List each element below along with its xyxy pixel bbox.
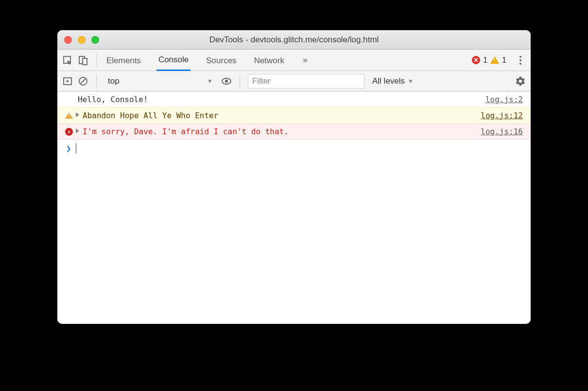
error-count: 1 <box>483 56 487 65</box>
close-window-button[interactable] <box>64 36 72 44</box>
console-toolbar: top ▼ All levels ▼ <box>57 71 531 91</box>
minimize-window-button[interactable] <box>78 36 86 44</box>
filter-input[interactable] <box>248 74 364 89</box>
tab-sources[interactable]: Sources <box>204 51 238 71</box>
warning-badge-icon <box>490 56 499 64</box>
warning-icon <box>62 112 76 119</box>
settings-menu-button[interactable] <box>515 56 526 65</box>
error-source-link[interactable]: log.js:16 <box>481 127 526 136</box>
warning-source-link[interactable]: log.js:12 <box>481 111 526 120</box>
console-warning-row: Abandon Hope All Ye Who Enter log.js:12 <box>57 107 531 124</box>
console-prompt[interactable]: ❯ <box>57 140 531 157</box>
more-tabs-button[interactable]: » <box>300 55 311 65</box>
traffic-lights <box>64 36 99 44</box>
svg-point-7 <box>225 80 228 83</box>
console-error-row: ✕ I'm sorry, Dave. I'm afraid I can't do… <box>57 124 531 140</box>
error-badge-icon: ✕ <box>472 56 480 64</box>
svg-rect-2 <box>83 58 87 65</box>
titlebar: DevTools - devtools.glitch.me/console/lo… <box>57 30 531 50</box>
maximize-window-button[interactable] <box>91 36 99 44</box>
status-counts[interactable]: ✕ 1 1 <box>472 56 506 65</box>
prompt-chevron-icon: ❯ <box>66 143 71 153</box>
log-message: Hello, Console! <box>78 95 485 104</box>
inspect-element-icon[interactable] <box>62 55 73 66</box>
error-message: I'm sorry, Dave. I'm afraid I can't do t… <box>83 127 481 136</box>
warning-count: 1 <box>502 56 506 65</box>
live-expression-icon[interactable] <box>221 76 232 87</box>
tab-console[interactable]: Console <box>156 50 190 71</box>
text-cursor <box>76 143 76 153</box>
chevron-down-icon: ▼ <box>207 78 213 85</box>
window-title: DevTools - devtools.glitch.me/console/lo… <box>209 35 379 45</box>
divider <box>96 53 97 67</box>
clear-console-icon[interactable] <box>78 76 88 87</box>
log-levels-selector[interactable]: All levels ▼ <box>369 76 416 86</box>
context-selector[interactable]: top ▼ <box>104 75 216 88</box>
levels-value: All levels <box>372 76 405 86</box>
tab-elements[interactable]: Elements <box>104 51 143 71</box>
console-log-row: Hello, Console! log.js:2 <box>57 91 531 107</box>
context-value: top <box>108 76 120 86</box>
console-messages: Hello, Console! log.js:2 Abandon Hope Al… <box>57 91 531 324</box>
log-source-link[interactable]: log.js:2 <box>485 95 526 104</box>
divider <box>96 74 97 88</box>
console-settings-icon[interactable] <box>515 76 526 87</box>
expand-toggle[interactable] <box>76 112 83 119</box>
tab-network[interactable]: Network <box>252 51 286 71</box>
devtools-window: DevTools - devtools.glitch.me/console/lo… <box>57 30 531 324</box>
warning-message: Abandon Hope All Ye Who Enter <box>83 111 481 120</box>
chevron-down-icon: ▼ <box>408 78 414 85</box>
expand-toggle[interactable] <box>76 128 83 135</box>
svg-line-5 <box>81 79 86 84</box>
main-toolbar: Elements Console Sources Network » ✕ 1 1 <box>57 50 531 71</box>
device-toolbar-icon[interactable] <box>78 55 88 66</box>
divider <box>240 74 240 88</box>
panel-tabs: Elements Console Sources Network » <box>104 50 467 71</box>
error-icon: ✕ <box>62 128 76 136</box>
toggle-sidebar-icon[interactable] <box>62 76 73 87</box>
